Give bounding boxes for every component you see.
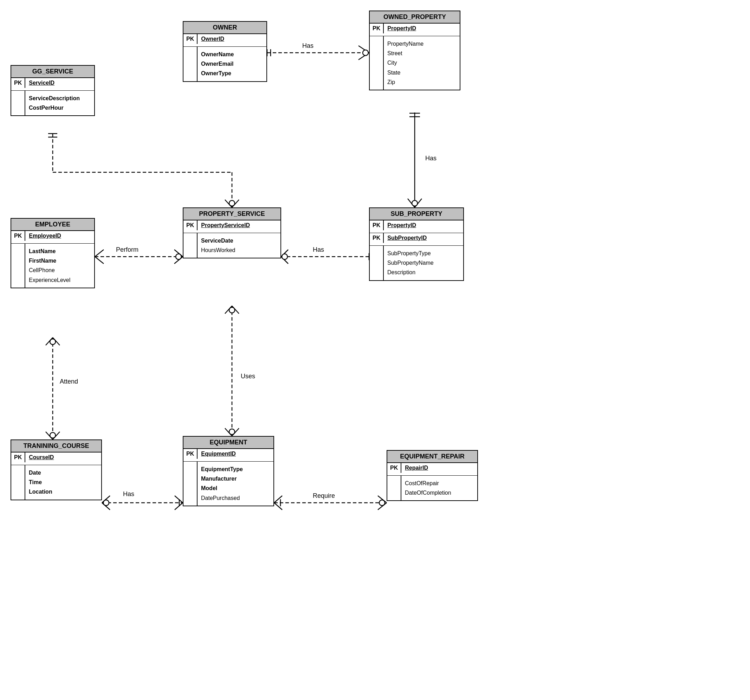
attr-datepurchased: DatePurchased (201, 493, 243, 503)
entity-header-equipment-repair: EQUIPMENT_REPAIR (387, 451, 477, 463)
pk-label-tc: PK (11, 452, 25, 462)
pk-label-eq: PK (183, 449, 198, 459)
attr-cellphone: CellPhone (29, 265, 70, 275)
svg-point-39 (229, 429, 235, 435)
attr-service-desc: ServiceDescription (29, 94, 80, 103)
pk-label-ps: PK (183, 220, 198, 230)
pk-label-er: PK (387, 463, 401, 473)
svg-line-56 (274, 503, 282, 510)
entity-header-owner: OWNER (183, 22, 266, 34)
svg-line-9 (408, 198, 415, 208)
attr-time: Time (29, 477, 52, 487)
svg-line-44 (46, 432, 53, 440)
svg-line-38 (232, 428, 239, 436)
svg-line-48 (102, 496, 110, 503)
label-has-ps-sub: Has (313, 246, 324, 254)
pk-attr-sp2: SubPropertyID (384, 233, 430, 243)
empty-pk-eq (183, 462, 198, 506)
svg-line-55 (274, 496, 282, 503)
attr-state: State (387, 68, 424, 77)
svg-line-25 (174, 257, 183, 264)
attr-description: Description (387, 268, 434, 277)
pk-attr-employee: EmployeeID (25, 231, 65, 241)
svg-line-28 (281, 250, 288, 257)
pk-label-owner: PK (183, 34, 198, 44)
pk-label-owned-property: PK (370, 23, 384, 34)
empty-pk-tc (11, 465, 25, 500)
label-uses: Uses (241, 373, 255, 380)
attr-zip: Zip (387, 77, 424, 87)
attrs-eq: EquipmentType Manufacturer Model DatePur… (198, 462, 246, 506)
attr-owner-email: OwnerEmail (201, 59, 234, 69)
attr-dateofcompletion: DateOfCompletion (405, 488, 451, 497)
svg-point-30 (282, 254, 287, 260)
entity-header-property-service: PROPERTY_SERVICE (183, 208, 280, 220)
entity-equipment: EQUIPMENT PK EquipmentID EquipmentType M… (183, 436, 274, 506)
svg-line-49 (102, 503, 110, 510)
entity-gg-service: GG_SERVICE PK ServiceID ServiceDescripti… (11, 65, 95, 116)
svg-point-46 (50, 432, 55, 438)
entity-employee: EMPLOYEE PK EmployeeID LastName FirstNam… (11, 218, 95, 288)
attrs-tc: Date Time Location (25, 465, 56, 500)
svg-line-51 (175, 496, 183, 503)
svg-point-11 (412, 200, 418, 206)
svg-line-42 (53, 337, 60, 345)
attr-experiencelevel: ExperienceLevel (29, 275, 70, 285)
svg-point-43 (50, 339, 55, 345)
attr-cost-per-hour: CostPerHour (29, 103, 80, 112)
svg-line-22 (95, 257, 104, 264)
pk-attr-ps: PropertyServiceID (198, 220, 254, 230)
empty-pk-gg-service (11, 91, 25, 115)
label-attend: Attend (60, 378, 78, 385)
attr-city: City (387, 58, 424, 68)
attr-firstname: FirstName (29, 256, 70, 265)
svg-point-26 (176, 254, 181, 260)
svg-line-52 (175, 503, 183, 510)
attr-servicedate: ServiceDate (201, 236, 235, 245)
label-has-property-sub: Has (425, 155, 436, 162)
attr-owner-type: OwnerType (201, 69, 234, 78)
attr-hoursworked: HoursWorked (201, 245, 235, 255)
entity-header-sub-property: SUB_PROPERTY (370, 208, 463, 220)
empty-pk-sp (370, 246, 384, 280)
svg-line-37 (225, 428, 232, 436)
svg-line-21 (95, 250, 104, 257)
entity-sub-property: SUB_PROPERTY PK PropertyID PK SubPropert… (369, 208, 464, 281)
attrs-employee: LastName FirstName CellPhone ExperienceL… (25, 244, 74, 288)
attr-location: Location (29, 487, 52, 497)
label-has-tc-eq: Has (123, 491, 134, 498)
attr-subpropertytype: SubPropertyType (387, 249, 434, 258)
pk-label-gg-service: PK (11, 78, 25, 88)
entity-training-course: TRANINING_COURSE PK CourseID Date Time L… (11, 440, 102, 500)
entity-owner: OWNER PK OwnerID OwnerName OwnerEmail Ow… (183, 21, 267, 82)
attrs-sp: SubPropertyType SubPropertyName Descript… (384, 246, 437, 280)
svg-line-24 (174, 250, 183, 257)
attrs-ps: ServiceDate HoursWorked (198, 233, 239, 258)
entity-header-owned-property: OWNED_PROPERTY (370, 11, 460, 23)
pk-attr-er: RepairID (401, 463, 432, 473)
label-has-owner-property: Has (302, 42, 314, 49)
pk-attr-owner: OwnerID (198, 34, 228, 44)
empty-pk-employee (11, 244, 25, 288)
entity-header-gg-service: GG_SERVICE (11, 66, 94, 78)
pk-label-sp2: PK (370, 233, 384, 243)
attrs-er: CostOfRepair DateOfCompletion (401, 476, 455, 500)
attrs-gg-service: ServiceDescription CostPerHour (25, 91, 83, 115)
entity-property-service: PROPERTY_SERVICE PK PropertyServiceID Se… (183, 208, 281, 258)
attrs-owner: OwnerName OwnerEmail OwnerType (198, 47, 237, 81)
pk-attr-owned-property: PropertyID (384, 23, 420, 34)
empty-pk-ps (183, 233, 198, 258)
attr-manufacturer: Manufacturer (201, 474, 243, 483)
pk-attr-eq: EquipmentID (198, 449, 239, 459)
attr-subpropertyname: SubPropertyName (387, 258, 434, 268)
label-require: Require (313, 492, 335, 500)
svg-line-3 (358, 46, 369, 53)
svg-point-19 (229, 200, 235, 206)
svg-line-35 (232, 306, 239, 314)
svg-line-58 (378, 496, 387, 503)
connections-svg (0, 0, 750, 700)
attr-owner-name: OwnerName (201, 49, 234, 59)
label-perform: Perform (116, 246, 138, 254)
svg-point-5 (363, 50, 368, 55)
pk-attr-sp1: PropertyID (384, 220, 420, 230)
